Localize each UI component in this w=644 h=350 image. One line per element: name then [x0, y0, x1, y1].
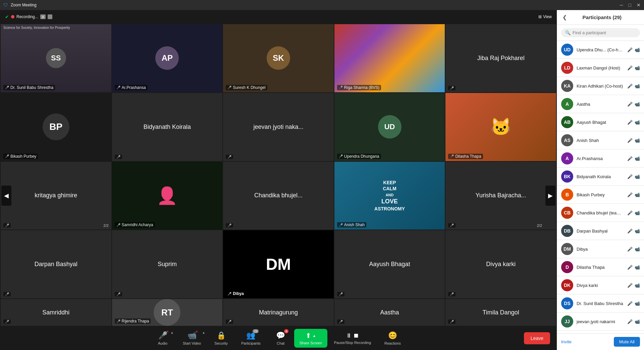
participant-name-jeevan: 🎤 — [226, 155, 233, 159]
participant-video-icon: 📹 — [635, 65, 640, 70]
video-cell-divya[interactable]: Divya karki 🎤 — [445, 230, 556, 298]
video-cell-dilasha[interactable]: 🐱 🎤 Dilasha Thapa — [445, 93, 556, 161]
nav-arrow-right[interactable]: ▶ — [545, 186, 555, 206]
cell-name: Suprim — [158, 261, 177, 268]
maximize-button[interactable]: □ — [629, 2, 631, 8]
recording-badge: ✔ Recording... ⏸ — [5, 14, 52, 19]
participant-name-rijendra: 🎤 Rijendra Thapa — [115, 318, 151, 324]
minimize-button[interactable]: ─ — [620, 2, 623, 8]
participant-video-icon: 📹 — [635, 174, 640, 179]
audio-button[interactable]: 🎤 ✕ ▲ Audio — [149, 329, 176, 348]
participant-display-name: Upendra Dhu... (Co-host, me) — [577, 47, 624, 52]
participant-row[interactable]: LD Laxman Dangol (Host) 🎤 📹 — [557, 59, 644, 77]
video-cell-upendra[interactable]: UD 🎤 Upendra Dhungana — [334, 93, 445, 161]
participant-row[interactable]: DK Divya karki 🎤 📹 — [557, 277, 644, 294]
video-cell-suprim[interactable]: Suprim 🎤 — [112, 230, 223, 298]
participant-row[interactable]: DM Dibya 🎤 📹 — [557, 240, 644, 258]
participant-row[interactable]: AB Aayush Bhagat 🎤 📹 — [557, 113, 644, 131]
chat-button[interactable]: 💬 4 Chat — [267, 329, 294, 348]
video-cell-jeevan[interactable]: jeevan jyoti naka... 🎤 — [223, 93, 334, 161]
share-screen-caret-icon[interactable]: ▲ — [313, 334, 316, 338]
close-button[interactable]: ✕ — [637, 2, 641, 8]
participant-mic-icon: 🎤 — [627, 156, 633, 161]
video-cell-samridhi-acharya[interactable]: 👤 🎤 Samridhi Acharya — [112, 162, 223, 230]
participant-info: Upendra Dhu... (Co-host, me) — [577, 47, 624, 52]
video-cell-timila[interactable]: Timila Dangol 🎤 — [445, 299, 556, 326]
participants-button[interactable]: 👥 29 Participants — [234, 329, 267, 348]
video-cell-kritagya[interactable]: kritagya ghimire 🎤 ◀ 2/2 — [1, 162, 111, 230]
stop-recording-btn[interactable] — [48, 14, 52, 19]
participant-row[interactable]: DB Darpan Bashyal 🎤 📹 — [557, 222, 644, 240]
participant-controls: 🎤 📹 — [627, 319, 640, 324]
participants-panel: ❮ Participants (29) · 🔍 UD Upendra Dhu..… — [557, 10, 644, 350]
participant-name-suprim: 🎤 — [115, 292, 122, 296]
participant-row[interactable]: JJ jeevan jyoti nakarmi 🎤 📹 — [557, 313, 644, 331]
reactions-button[interactable]: 😊 Reactions — [378, 329, 408, 348]
view-button[interactable]: ⊞ View — [538, 14, 552, 19]
video-cell-bidyanath[interactable]: Bidyanath Koirala 🎤 — [112, 93, 223, 161]
panel-search[interactable]: 🔍 — [557, 25, 644, 41]
pause-stop-label: Pause/Stop Recording — [334, 341, 371, 345]
participant-row[interactable]: A Ar.Prashansa 🎤 📹 — [557, 150, 644, 167]
audio-label: Audio — [158, 341, 167, 345]
search-wrapper[interactable]: 🔍 — [561, 28, 640, 37]
video-cell-jiba[interactable]: Jiba Raj Pokharel 🎤 — [445, 24, 556, 92]
video-button[interactable]: 📹 ✕ ▲ Start Video — [176, 329, 208, 348]
video-cell-rijendra[interactable]: RT 🎤 Rijendra Thapa — [112, 299, 223, 326]
participant-row[interactable]: DS Dr. Sunil Babu Shrestha 🎤 📹 — [557, 295, 644, 312]
video-cell-samriddhi[interactable]: Samriddhi 🎤 — [1, 299, 111, 326]
video-caret-icon[interactable]: ▲ — [202, 331, 205, 334]
cell-content: Aayush Bhagat — [369, 261, 410, 268]
participant-info: Chandika bhujel (team vs college) — [577, 210, 624, 215]
security-button[interactable]: 🔒 Security — [208, 329, 234, 348]
participant-mic-icon: 🎤 — [627, 84, 633, 89]
nav-arrow-left[interactable]: ◀ — [1, 186, 11, 206]
video-cell-anish-keepcalm[interactable]: KEEPCALMANDLOVEASTRONOMY 🎤 Anish Shah — [334, 162, 445, 230]
mute-all-button[interactable]: Mute All — [614, 337, 640, 347]
panel-collapse-button[interactable]: ❮ — [562, 14, 567, 20]
pause-stop-recording-button[interactable]: ⏸ ⏹ Pause/Stop Recording — [327, 330, 378, 347]
video-cell-dr-sunil[interactable]: SS Science for Society, Innovation for P… — [1, 24, 111, 92]
participant-row[interactable]: KA Kiran Adhikari (Co-host) 🎤 📹 — [557, 77, 644, 95]
video-cell-riga[interactable]: 🎤 Riga Sharma (BVS) — [334, 24, 445, 92]
participant-row[interactable]: D Dilasha Thapa 🎤 📹 — [557, 258, 644, 276]
video-cell-bikash[interactable]: BP 🎤 Bikash Purbey — [1, 93, 111, 161]
recording-controls[interactable]: ⏸ — [40, 14, 52, 19]
participant-row[interactable]: CB Chandika bhujel (team vs college) 🎤 📹 — [557, 204, 644, 222]
video-cell-yurisha[interactable]: Yurisha Bajracha... 🎤 ▶ 2/2 — [445, 162, 556, 230]
participant-video-icon: 📹 — [635, 229, 640, 234]
share-screen-button[interactable]: ⬆ ▲ Share Screen — [294, 329, 327, 348]
cell-name: Samriddhi — [42, 309, 69, 316]
participant-row[interactable]: B Bikash Purbey 🎤 📹 — [557, 186, 644, 204]
recording-dot — [11, 15, 14, 18]
participant-display-name: Dibya — [577, 247, 624, 252]
pause-stop-icon-wrapper: ⏸ ⏹ — [346, 332, 359, 339]
participant-row[interactable]: BK Bidyanath Koirala 🎤 📹 — [557, 168, 644, 186]
participant-row[interactable]: UD Upendra Dhu... (Co-host, me) 🎤 📹 — [557, 41, 644, 59]
participant-avatar: CB — [561, 207, 573, 219]
participant-name-jiba: 🎤 — [448, 86, 455, 90]
participant-name-riga: 🎤 Riga Sharma (BVS) — [337, 85, 381, 90]
audio-caret-icon[interactable]: ▲ — [171, 331, 173, 334]
video-cell-matrina[interactable]: Matrinagurung 🎤 — [223, 299, 334, 326]
video-cell-suresh[interactable]: SK 🎤 Suresh K Dhungel — [223, 24, 334, 92]
video-grid: SS Science for Society, Innovation for P… — [0, 23, 557, 327]
video-cell-chandika[interactable]: Chandika bhujel... 🎤 — [223, 162, 334, 230]
video-cell-ar-prashansa[interactable]: AP 🎤 Ar.Prashansa — [112, 24, 223, 92]
participant-display-name: Aayush Bhagat — [577, 120, 624, 125]
participant-row[interactable]: A Aastha 🎤 📹 — [557, 95, 644, 113]
participant-row[interactable]: AS Anish Shah 🎤 📹 — [557, 132, 644, 149]
video-cell-aayush[interactable]: Aayush Bhagat 🎤 — [334, 230, 445, 298]
pause-recording-btn[interactable]: ⏸ — [40, 14, 46, 19]
titlebar-controls[interactable]: ─ □ ✕ — [620, 2, 641, 8]
mute-icon: 🎤 — [5, 154, 9, 158]
video-cell-aastha[interactable]: Aastha 🎤 — [334, 299, 445, 326]
leave-button[interactable]: Leave — [524, 332, 550, 344]
mute-icon: 🎤 — [116, 86, 120, 89]
video-cell-dibya[interactable]: DM 🎤 Dibya — [223, 230, 334, 298]
participant-row[interactable]: JR Jiba Raj Pokharel 🎤 📹 — [557, 331, 644, 333]
video-cell-darpan[interactable]: Darpan Bashyal 🎤 — [1, 230, 111, 298]
invite-button[interactable]: Invite — [561, 339, 572, 344]
security-label: Security — [214, 341, 228, 345]
search-participant-input[interactable] — [573, 30, 636, 35]
